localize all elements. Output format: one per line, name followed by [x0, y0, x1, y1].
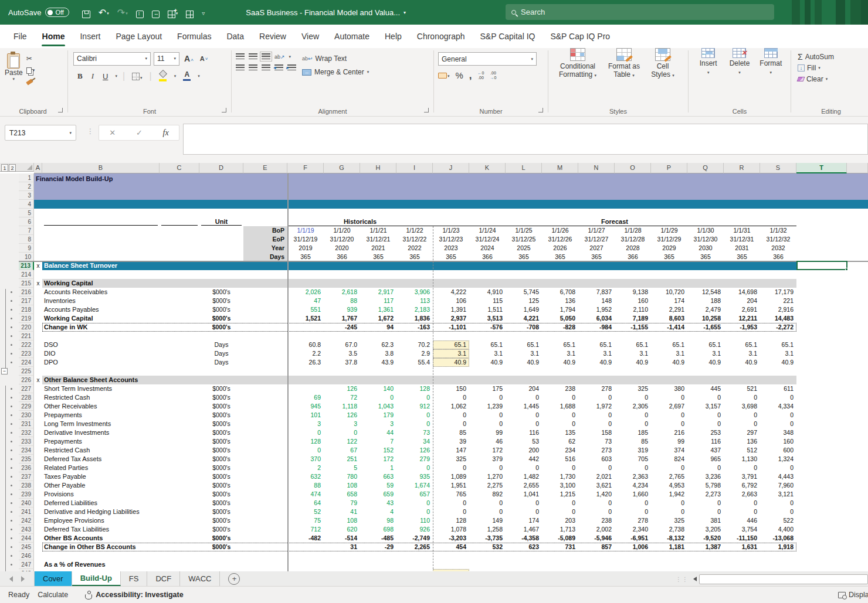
cell-T216[interactable]: [796, 288, 847, 297]
cell-T231[interactable]: [796, 420, 847, 428]
cell-H229[interactable]: 1,043: [360, 402, 396, 411]
cell-G231[interactable]: 3: [324, 420, 360, 428]
cell-G247[interactable]: [324, 560, 360, 569]
cell-H238[interactable]: 59: [360, 481, 396, 490]
cell-K238[interactable]: 2,275: [469, 481, 506, 490]
cell-R236[interactable]: 0: [724, 464, 760, 472]
cell-J229[interactable]: 1,062: [433, 402, 469, 411]
cell-T215[interactable]: [796, 279, 847, 288]
cell-O7[interactable]: 1/1/28: [615, 226, 651, 235]
cell-M229[interactable]: 1,688: [542, 402, 578, 411]
search-input[interactable]: Search: [506, 4, 774, 20]
cell-K239[interactable]: 892: [469, 490, 506, 499]
cell-J240[interactable]: 0: [433, 499, 469, 507]
cell-M242[interactable]: 203: [542, 516, 578, 525]
row-header-235[interactable]: 235: [19, 455, 34, 464]
fill-color-button[interactable]: [157, 71, 169, 81]
cell-D7[interactable]: [199, 226, 243, 235]
font-color-button[interactable]: A: [181, 71, 192, 81]
row-header-225[interactable]: 225: [19, 367, 34, 376]
cell-K222[interactable]: 65.1: [469, 340, 506, 349]
blank-row-221[interactable]: [34, 332, 868, 340]
cell-G242[interactable]: 108: [324, 516, 360, 525]
cell-F9[interactable]: 2019: [287, 244, 324, 253]
cell-C240[interactable]: [160, 499, 199, 507]
calculate-status[interactable]: Calculate: [38, 591, 68, 599]
cell-Q231[interactable]: 0: [687, 420, 724, 428]
row-header-215[interactable]: 215: [19, 279, 34, 288]
percent-style-button[interactable]: %: [456, 70, 463, 80]
cell-C233[interactable]: [160, 437, 199, 446]
cell-E238[interactable]: [243, 481, 287, 490]
cell-F241[interactable]: 52: [287, 507, 324, 516]
cell-A230[interactable]: [34, 411, 42, 420]
row-header-233[interactable]: 233: [19, 437, 34, 446]
row-header-218[interactable]: 218: [19, 305, 34, 314]
cell-I236[interactable]: 0: [396, 464, 433, 472]
cell-C231[interactable]: [160, 420, 199, 428]
cell-C236[interactable]: [160, 464, 199, 472]
cell-P222[interactable]: 65.1: [651, 340, 687, 349]
menu-tab-insert[interactable]: Insert: [72, 25, 108, 48]
column-header-F[interactable]: F: [287, 163, 324, 173]
cell-B236[interactable]: Related Parties: [42, 464, 160, 472]
cell-I242[interactable]: 110: [396, 516, 433, 525]
cell-P228[interactable]: 0: [651, 393, 687, 402]
cell-F223[interactable]: 2.2: [287, 349, 324, 358]
column-header-J[interactable]: J: [433, 163, 469, 173]
section-header-226[interactable]: Other Balance Sheet Accounts: [42, 376, 796, 384]
cell-E223[interactable]: [243, 349, 287, 358]
row-header-8[interactable]: 8: [19, 235, 34, 244]
cell-J233[interactable]: 39: [433, 437, 469, 446]
cell-O245[interactable]: 1,006: [615, 543, 651, 551]
cell-Q229[interactable]: 3,157: [687, 402, 724, 411]
cell-F224[interactable]: 26.3: [287, 358, 324, 367]
cell-D247[interactable]: [199, 560, 243, 569]
cell-M228[interactable]: 0: [542, 393, 578, 402]
cell-T245[interactable]: [796, 543, 847, 551]
cell-B230[interactable]: Prepayments: [42, 411, 160, 420]
row-header-241[interactable]: 241: [19, 507, 34, 516]
cell-S223[interactable]: 3.1: [760, 349, 796, 358]
cell-H222[interactable]: 62.3: [360, 340, 396, 349]
cell-I244[interactable]: -2,749: [396, 534, 433, 543]
cell-R9[interactable]: 2031: [724, 244, 760, 253]
cell-N242[interactable]: 238: [578, 516, 615, 525]
cell-R227[interactable]: 521: [724, 384, 760, 393]
cell-K9[interactable]: 2024: [469, 244, 506, 253]
cell-L219[interactable]: 4,221: [506, 314, 542, 323]
cell-B239[interactable]: Provisions: [42, 490, 160, 499]
outline-level-1-button[interactable]: 1: [1, 164, 8, 172]
cell-R233[interactable]: 136: [724, 437, 760, 446]
cell-E217[interactable]: [243, 297, 287, 305]
cell-D237[interactable]: $000's: [199, 472, 243, 481]
cell-D235[interactable]: $000's: [199, 455, 243, 464]
cell-N9[interactable]: 2027: [578, 244, 615, 253]
cell-R237[interactable]: 3,791: [724, 472, 760, 481]
cell-S222[interactable]: 65.1: [760, 340, 796, 349]
cell-E241[interactable]: [243, 507, 287, 516]
cell-S7[interactable]: 1/1/32: [760, 226, 796, 235]
cell-B238[interactable]: Other Payable: [42, 481, 160, 490]
accessibility-checker[interactable]: Accessibility: Investigate: [84, 591, 183, 599]
column-header-S[interactable]: S: [760, 163, 796, 173]
cell-Q245[interactable]: 1,387: [687, 543, 724, 551]
cell-C242[interactable]: [160, 516, 199, 525]
cell-K240[interactable]: 0: [469, 499, 506, 507]
cell-D236[interactable]: $000's: [199, 464, 243, 472]
cell-I240[interactable]: 0: [396, 499, 433, 507]
column-header-I[interactable]: I: [396, 163, 433, 173]
row-header-6[interactable]: 6: [19, 217, 34, 226]
cell-B231[interactable]: Long Term Investments: [42, 420, 160, 428]
cell-A9[interactable]: [34, 244, 42, 253]
cell-N228[interactable]: 0: [578, 393, 615, 402]
cell-T236[interactable]: [796, 464, 847, 472]
cell-C230[interactable]: [160, 411, 199, 420]
cell-E6[interactable]: [243, 217, 287, 226]
cell-N8[interactable]: 31/12/27: [578, 235, 615, 244]
cell-K216[interactable]: 4,910: [469, 288, 506, 297]
cell-B9[interactable]: [42, 244, 160, 253]
row-header-240[interactable]: 240: [19, 499, 34, 507]
cell-P235[interactable]: 824: [651, 455, 687, 464]
cell-S232[interactable]: 348: [760, 428, 796, 437]
